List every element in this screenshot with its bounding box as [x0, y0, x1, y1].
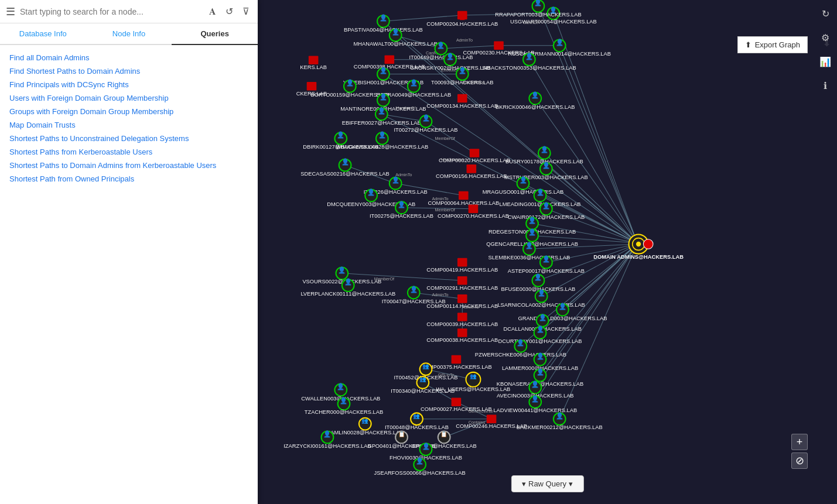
svg-text:👤: 👤: [341, 158, 349, 166]
node-label: COMP00156.HACKERS.LAB: [436, 173, 507, 179]
svg-text:👤: 👤: [539, 314, 546, 321]
node-label: COMP00038.HACKERS.LAB: [426, 337, 498, 343]
svg-rect-98: [467, 164, 477, 173]
svg-text:👤: 👤: [531, 395, 539, 403]
svg-text:👤: 👤: [378, 131, 386, 139]
svg-text:📋: 📋: [398, 431, 405, 438]
svg-text:👤: 👤: [344, 278, 352, 286]
svg-rect-125: [457, 258, 467, 267]
svg-text:👤: 👤: [542, 162, 550, 169]
node-label: FHOVI0030@HACKERS.LAB: [390, 455, 462, 461]
export-graph-button[interactable]: ⬆ Export Graph: [737, 36, 808, 53]
svg-text:👥: 👥: [361, 417, 368, 424]
svg-text:👤: 👤: [380, 93, 387, 101]
svg-rect-137: [457, 294, 467, 303]
refresh-icon[interactable]: ↺: [223, 5, 235, 18]
svg-text:👤: 👤: [534, 0, 542, 6]
tab-database-info[interactable]: Database Info: [0, 23, 86, 45]
query-item[interactable]: Find Shortest Paths to Domain Admins: [9, 64, 248, 78]
settings-button[interactable]: ⚙: [819, 30, 832, 46]
svg-text:👥: 👥: [419, 376, 426, 383]
node-label: COMP00204.HACKERS.LAB: [426, 21, 498, 27]
zoom-out-button[interactable]: ⊘: [791, 452, 808, 469]
svg-text:👤: 👤: [537, 325, 544, 333]
svg-rect-65: [309, 56, 319, 64]
zoom-in-button[interactable]: +: [791, 434, 808, 450]
node-label: MHANAWALT00@HACKERS.LAB: [353, 41, 437, 47]
svg-text:👤: 👤: [398, 201, 405, 208]
node-label: COMP00270.HACKERS.LAB: [438, 213, 509, 219]
svg-text:👤: 👤: [517, 339, 524, 347]
query-item[interactable]: Shortest Paths to Unconstrained Delegati…: [9, 132, 248, 145]
query-item[interactable]: Users with Foreign Domain Group Membersh…: [9, 91, 248, 105]
node-label: CWAIR00172@HACKERS.LAB: [508, 214, 585, 220]
refresh-graph-button[interactable]: ↻: [819, 6, 832, 22]
query-item[interactable]: Groups with Foreign Domain Group Members…: [9, 105, 248, 118]
query-item[interactable]: Shortest Paths from Kerberoastable Users: [9, 145, 248, 159]
node-label: IT00275@HACKERS.LAB: [370, 213, 433, 219]
svg-rect-150: [452, 355, 462, 364]
edge-label: MemberOf: [435, 136, 456, 141]
filter-icon[interactable]: ⊽: [240, 5, 252, 18]
svg-rect-82: [457, 94, 467, 103]
info-button[interactable]: ℹ: [821, 78, 829, 94]
svg-text:👤: 👤: [380, 67, 387, 74]
edge-label: AdminTo: [432, 292, 448, 297]
svg-text:👤: 👤: [410, 286, 418, 293]
node-label: IT00272@HACKERS.LAB: [394, 127, 458, 133]
svg-text:👤: 👤: [537, 188, 544, 196]
svg-text:👥: 👥: [413, 413, 420, 420]
font-icon[interactable]: 𝐀: [207, 5, 218, 18]
search-input[interactable]: [20, 7, 202, 16]
app: ☰ 𝐀 ↺ ⊽ Database Info Node Info Queries …: [0, 0, 837, 504]
query-item[interactable]: Shortest Paths to Domain Admins from Ker…: [9, 159, 248, 172]
svg-rect-66: [384, 55, 394, 64]
query-item[interactable]: Map Domain Trusts: [9, 118, 248, 132]
svg-rect-62: [494, 42, 504, 50]
node-label: COMP00039.HACKERS.LAB: [426, 321, 498, 327]
svg-line-32: [441, 46, 499, 49]
svg-text:👤: 👤: [534, 273, 542, 281]
node-label: KERS.LAB: [300, 64, 327, 70]
svg-text:👤: 👤: [538, 289, 545, 297]
svg-text:👤: 👤: [337, 383, 344, 390]
hamburger-icon[interactable]: ☰: [6, 5, 15, 18]
node-label: SLEMBKE0036@HACKERS.LAB: [488, 255, 570, 260]
query-item[interactable]: Find all Domain Admins: [9, 51, 248, 64]
query-item[interactable]: Find Principals with DCSync Rights: [9, 78, 248, 91]
node-label: LSARNICOLA002@HACKERS.LAB: [497, 302, 585, 308]
svg-rect-145: [457, 328, 467, 337]
zoom-controls: + ⊘: [791, 434, 808, 469]
svg-text:📋: 📋: [440, 431, 447, 438]
svg-rect-53: [460, 18, 464, 20]
svg-text:👤: 👤: [378, 107, 385, 115]
svg-point-122: [643, 239, 653, 249]
graph-area[interactable]: CanRDP AdminTo CanRDP ExecuteDCOM HasSes…: [258, 0, 837, 504]
svg-line-3: [538, 6, 637, 243]
svg-text:👤: 👤: [346, 79, 354, 87]
svg-text:👤: 👤: [338, 266, 346, 274]
raw-query-button[interactable]: ▾ Raw Query ▾: [511, 475, 583, 492]
chart-button[interactable]: 📊: [817, 54, 833, 70]
svg-text:👤: 👤: [525, 242, 533, 249]
node-label: GRANDCHILD003@HACKERS.LAB: [518, 316, 607, 321]
svg-text:👤: 👤: [556, 39, 563, 46]
edge-label: MemberOf: [435, 207, 456, 212]
tab-queries[interactable]: Queries: [172, 23, 258, 45]
svg-text:👤: 👤: [537, 368, 544, 376]
svg-line-4: [559, 46, 637, 243]
query-item[interactable]: Shortest Path from Owned Principals: [9, 172, 248, 186]
svg-line-18: [538, 244, 637, 280]
node-label: USGWART00054@HACKERS.LAB: [510, 19, 597, 25]
node-label: PZWERSCHKE006@HACKERS.LAB: [475, 352, 566, 358]
domain-admins-label: DOMAIN ADMINS@HACKERS.LAB: [593, 254, 684, 260]
svg-rect-93: [470, 149, 480, 157]
node-label: MSTRUBER003@HACKERS.LAB: [504, 174, 588, 180]
svg-text:👤: 👤: [542, 255, 550, 263]
svg-text:👤: 👤: [422, 114, 430, 122]
tab-node-info[interactable]: Node Info: [86, 23, 172, 45]
node-label: BACKMER00212@HACKERS.LAB: [517, 424, 603, 430]
svg-text:👤: 👤: [520, 176, 527, 184]
svg-text:👤: 👤: [416, 457, 423, 465]
node-label: JSEARFOSS00066@HACKERS.LAB: [374, 470, 466, 476]
